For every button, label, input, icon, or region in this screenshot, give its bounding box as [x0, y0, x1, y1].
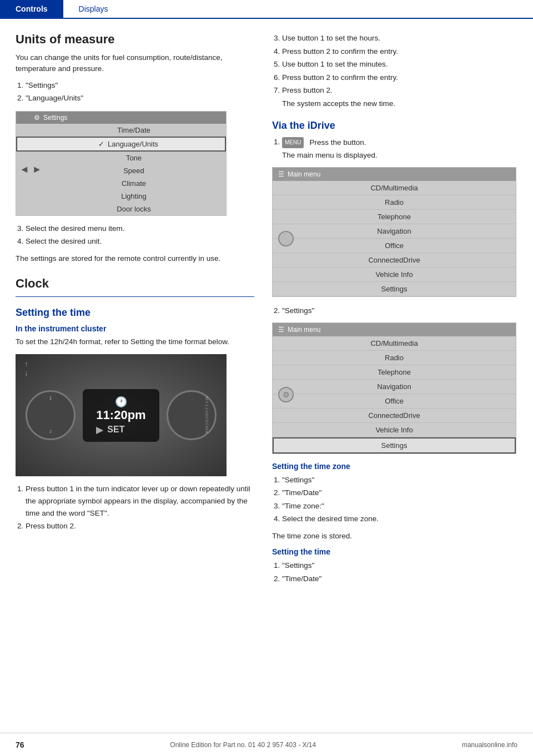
settings-item-doorlocks: Door locks: [16, 203, 226, 215]
tab-bar: Controls Displays: [0, 0, 533, 19]
idrive-step-2: "Settings": [282, 305, 517, 317]
mm2-item-cdmultimedia: CD/Multimedia: [273, 336, 516, 351]
timezone-note: The time zone is stored.: [272, 531, 517, 542]
right-step-5: Use button 1 to set the minutes.: [282, 58, 517, 70]
right-step-4: Press button 2 to confirm the entry.: [282, 46, 517, 58]
main-menu-items-1: CD/Multimedia Radio Telephone Navigation…: [273, 181, 516, 296]
units-step-3: Select the desired menu item.: [26, 223, 254, 235]
right-steps-top: Use button 1 to set the hours. Press but…: [282, 32, 517, 110]
menu-button-icon: MENU: [282, 137, 304, 148]
settings-title-bar: ⚙ Settings: [16, 112, 226, 124]
footer-brand: manualsonline.info: [462, 741, 517, 749]
gear-icon-knob: ⚙: [283, 390, 290, 399]
menu-icon-1: ☰: [278, 170, 284, 178]
timezone-steps: "Settings" "Time/Date" "Time zone:" Sele…: [282, 474, 517, 525]
units-title: Units of measure: [16, 32, 254, 47]
settings-item-tone: Tone: [16, 152, 226, 164]
mm2-item-vehicleinfo: Vehicle Info: [273, 423, 516, 437]
page-number: 76: [16, 740, 24, 749]
settings-item-language: ✓ Language/Units: [16, 137, 226, 152]
right-step-7: Press button 2. The system accepts the n…: [282, 84, 517, 109]
tab-displays[interactable]: Displays: [63, 0, 124, 18]
units-note: The settings are stored for the remote c…: [16, 253, 254, 264]
main-menu-title-2: ☰ Main menu: [273, 323, 516, 336]
mm-item-navigation: Navigation: [273, 224, 516, 239]
setting-time-steps2: "Settings" "Time/Date": [282, 560, 517, 584]
cluster-step-1: Press button 1 in the turn indicator lev…: [26, 483, 254, 519]
right-step-3: Use button 1 to set the hours.: [282, 32, 517, 44]
mm2-item-navigation: Navigation: [273, 380, 516, 394]
left-gauge: 1 2: [26, 390, 76, 440]
units-intro: You can change the units for fuel consum…: [16, 52, 254, 75]
cluster-steps: Press button 1 in the turn indicator lev…: [26, 483, 254, 532]
clock-divider: [16, 296, 254, 297]
mm-item-telephone: Telephone: [273, 210, 516, 224]
main-menu-screenshot-2: ☰ Main menu ⚙ CD/Multimedia Radio Teleph…: [272, 322, 516, 454]
set-arrow-icon: ▶: [96, 425, 103, 435]
checkmark-icon: ✓: [98, 140, 104, 148]
idrive-step-1: MENU Press the button. The main menu is …: [282, 136, 517, 162]
units-step-4: Select the desired unit.: [26, 235, 254, 248]
mm-item-office: Office: [273, 239, 516, 253]
main-content: Units of measure You can change the unit…: [0, 19, 533, 623]
setting-time-title: Setting the time: [16, 307, 254, 319]
mm-item-vehicleinfo: Vehicle Info: [273, 268, 516, 282]
clock-section: Clock Setting the time In the instrument…: [16, 276, 254, 532]
instrument-cluster-title: In the instrument cluster: [16, 324, 254, 333]
setting-time-step2-2: "Time/Date": [282, 573, 517, 585]
cluster-set-label: SET: [107, 425, 124, 435]
tab-controls[interactable]: Controls: [0, 0, 63, 18]
mm-item-cdmultimedia: CD/Multimedia: [273, 181, 516, 195]
left-arrow-icon: ◄ ►: [19, 164, 42, 175]
via-idrive-title: Via the iDrive: [272, 120, 517, 132]
idrive-steps: MENU Press the button. The main menu is …: [282, 136, 517, 162]
timezone-step-2: "Time/Date": [282, 487, 517, 499]
settings-item-timedate: Time/Date: [16, 124, 226, 137]
mm-item-connecteddrive: ConnectedDrive: [273, 253, 516, 268]
right-column: Use button 1 to set the hours. Press but…: [272, 32, 517, 590]
mm2-item-connecteddrive: ConnectedDrive: [273, 409, 516, 423]
cluster-time: 11:20pm: [96, 408, 145, 422]
cluster-background: 1 2 ↑ ↓ 🕐 11:20pm ▶ SET: [16, 354, 227, 476]
gauge-label: 1: [49, 395, 52, 401]
setting-time-step2-1: "Settings": [282, 560, 517, 572]
instrument-intro: To set the 12h/24h format, refer to Sett…: [16, 336, 254, 347]
menu-icon-2: ☰: [278, 326, 284, 334]
clock-icon: 🕐: [96, 396, 145, 408]
watermark: MY110803CMA: [204, 397, 209, 434]
mm2-item-radio: Radio: [273, 351, 516, 365]
gear-icon: ⚙: [34, 114, 40, 122]
cluster-display: 🕐 11:20pm ▶ SET: [83, 389, 159, 442]
units-step-1: "Settings": [26, 79, 254, 92]
mm-item-settings-1: Settings: [273, 282, 516, 296]
settings-item-lighting: Lighting: [16, 190, 226, 203]
mm2-item-settings: Settings: [273, 437, 516, 453]
settings-item-climate: Climate: [16, 177, 226, 190]
timezone-title: Setting the time zone: [272, 462, 517, 471]
footer-copyright: Online Edition for Part no. 01 40 2 957 …: [170, 741, 316, 749]
right-step-7-note: The system accepts the new time.: [282, 98, 517, 110]
idrive-step-1-content: MENU Press the button.: [282, 137, 366, 149]
idrive-knob-2: ⚙: [278, 387, 294, 402]
timezone-step-3: "Time zone:": [282, 500, 517, 512]
cluster-image: 1 2 ↑ ↓ 🕐 11:20pm ▶ SET: [16, 354, 227, 476]
settings-menu-items: ◄ ► Time/Date ✓ Language/Units Tone Spee…: [16, 124, 226, 215]
main-menu-items-2: ⚙ CD/Multimedia Radio Telephone Navigati…: [273, 336, 516, 453]
timezone-step-1: "Settings": [282, 474, 517, 486]
idrive-step2-list: "Settings": [282, 305, 517, 317]
down-arrow-indicator: ↓: [24, 369, 28, 377]
mm2-item-office: Office: [273, 394, 516, 409]
main-menu-screenshot-1: ☰ Main menu CD/Multimedia Radio Telephon…: [272, 167, 516, 297]
up-arrow-indicator: ↑: [24, 360, 28, 368]
mm2-item-telephone: Telephone: [273, 365, 516, 380]
timezone-step-4: Select the desired time zone.: [282, 513, 517, 525]
main-menu-title-1: ☰ Main menu: [273, 168, 516, 181]
cluster-set-row: ▶ SET: [96, 425, 145, 435]
gauge-numbers: 2: [49, 429, 52, 435]
clock-title: Clock: [16, 276, 254, 291]
left-column: Units of measure You can change the unit…: [16, 32, 254, 590]
idrive-step-1-note: The main menu is displayed.: [282, 149, 517, 162]
mm-item-radio: Radio: [273, 195, 516, 210]
right-step-6: Press button 2 to confirm the entry.: [282, 72, 517, 84]
units-steps-continued: Select the desired menu item. Select the…: [26, 223, 254, 248]
